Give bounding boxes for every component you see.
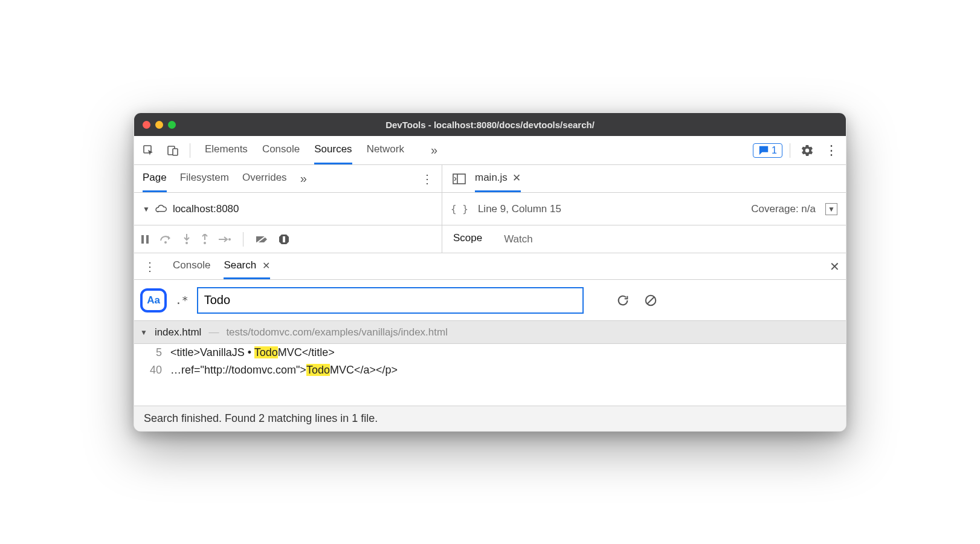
svg-point-7	[164, 241, 167, 244]
refresh-icon[interactable]	[616, 294, 630, 307]
tab-elements[interactable]: Elements	[205, 136, 248, 164]
navigator-tabs: Page Filesystem Overrides » ⋮	[134, 165, 442, 193]
svg-point-8	[185, 242, 188, 244]
pause-icon[interactable]	[140, 235, 150, 244]
svg-rect-3	[453, 174, 465, 184]
collapse-result-icon[interactable]: ▼	[140, 328, 147, 337]
nav-kebab-menu[interactable]: ⋮	[421, 172, 433, 186]
drawer-tab-search-label: Search	[224, 259, 256, 271]
step-into-icon[interactable]	[182, 234, 191, 245]
inspect-element-icon[interactable]	[139, 141, 158, 160]
search-status-text: Search finished. Found 2 matching lines …	[144, 412, 378, 425]
titlebar: DevTools - localhost:8080/docs/devtools/…	[134, 113, 846, 136]
result-file-path: tests/todomvc.com/examples/vanillajs/ind…	[226, 326, 448, 338]
close-drawer-icon[interactable]: ✕	[830, 259, 840, 274]
editor-status-bar: { } Line 9, Column 15 Coverage: n/a ▼	[442, 193, 846, 225]
search-toolbar: Aa .*	[134, 280, 846, 321]
dropdown-icon[interactable]: ▼	[825, 203, 837, 215]
tab-sources[interactable]: Sources	[314, 136, 352, 164]
minimize-window-button[interactable]	[155, 121, 163, 129]
sources-split: Page Filesystem Overrides » ⋮ ▼ localhos…	[134, 165, 846, 225]
close-search-tab-icon[interactable]: ✕	[262, 260, 270, 271]
file-tree-root[interactable]: ▼ localhost:8080	[134, 193, 442, 225]
navigator-pane: Page Filesystem Overrides » ⋮ ▼ localhos…	[134, 165, 442, 225]
result-file-header[interactable]: ▼ index.html — tests/todomvc.com/example…	[134, 321, 846, 344]
feedback-count: 1	[772, 145, 777, 156]
tree-toggle-icon[interactable]: ▼	[143, 205, 150, 213]
svg-rect-6	[146, 235, 149, 244]
drawer-tab-console[interactable]: Console	[173, 253, 210, 279]
match-highlight: Todo	[306, 364, 330, 376]
file-tab-mainjs[interactable]: main.js ✕	[475, 165, 521, 192]
devtools-window: DevTools - localhost:8080/docs/devtools/…	[134, 112, 846, 432]
svg-rect-2	[173, 149, 178, 155]
main-toolbar: Elements Console Sources Network » 1 ⋮	[134, 136, 846, 165]
device-toolbar-icon[interactable]	[163, 141, 182, 160]
drawer-kebab-icon[interactable]: ⋮	[140, 257, 160, 276]
tab-network[interactable]: Network	[367, 136, 404, 164]
nav-tab-filesystem[interactable]: Filesystem	[180, 165, 229, 192]
editor-pane: main.js ✕ { } Line 9, Column 15 Coverage…	[442, 165, 846, 225]
svg-line-14	[647, 297, 654, 303]
regex-button[interactable]: .*	[175, 294, 189, 306]
search-status-bar: Search finished. Found 2 matching lines …	[134, 406, 846, 431]
drawer-tabs: ⋮ Console Search ✕ ✕	[134, 253, 846, 280]
tab-console[interactable]: Console	[262, 136, 300, 164]
debugger-toolbar: Scope Watch	[134, 225, 846, 253]
window-title: DevTools - localhost:8080/docs/devtools/…	[134, 120, 846, 130]
close-file-tab-icon[interactable]: ✕	[512, 172, 521, 184]
feedback-button[interactable]: 1	[753, 143, 782, 158]
clear-icon[interactable]	[644, 294, 657, 307]
scope-tab[interactable]: Scope	[442, 225, 493, 253]
result-code: …ref="http://todomvc.com">TodoMVC</a></p…	[170, 364, 398, 377]
toggle-navigator-icon[interactable]	[450, 169, 469, 189]
search-results: ▼ index.html — tests/todomvc.com/example…	[134, 321, 846, 406]
match-case-button[interactable]: Aa	[140, 288, 167, 312]
nav-more-tabs[interactable]: »	[300, 172, 307, 186]
traffic-lights	[143, 121, 176, 129]
toolbar-divider	[190, 143, 190, 158]
more-tabs-button[interactable]: »	[431, 143, 437, 157]
close-window-button[interactable]	[143, 121, 150, 129]
coverage-label: Coverage: n/a	[751, 203, 816, 215]
result-code: <title>VanillaJS • TodoMVC</title>	[170, 346, 335, 359]
svg-rect-12	[283, 236, 285, 242]
result-line[interactable]: 40 …ref="http://todomvc.com">TodoMVC</a>…	[134, 361, 846, 379]
pretty-print-icon[interactable]: { }	[451, 203, 468, 215]
search-input[interactable]	[197, 287, 584, 314]
line-number: 40	[145, 364, 162, 377]
svg-rect-5	[141, 235, 144, 244]
deactivate-breakpoints-icon[interactable]	[256, 235, 269, 244]
editor-file-tabs: main.js ✕	[442, 165, 846, 193]
result-line[interactable]: 5 <title>VanillaJS • TodoMVC</title>	[134, 344, 846, 361]
settings-icon[interactable]	[798, 141, 817, 160]
maximize-window-button[interactable]	[168, 121, 176, 129]
step-over-icon[interactable]	[160, 235, 173, 244]
cursor-position: Line 9, Column 15	[478, 203, 561, 215]
kebab-menu-icon[interactable]: ⋮	[822, 141, 841, 160]
toolbar-divider	[790, 143, 790, 158]
debug-sidebar-tabs: Scope Watch	[442, 225, 846, 253]
match-highlight: Todo	[254, 346, 278, 358]
tree-host-label: localhost:8080	[173, 203, 239, 215]
line-number: 5	[145, 346, 162, 359]
svg-point-9	[204, 242, 206, 244]
debug-controls	[134, 225, 442, 253]
cloud-icon	[155, 204, 168, 215]
svg-point-10	[228, 238, 231, 241]
watch-tab[interactable]: Watch	[493, 225, 544, 253]
pause-on-exceptions-icon[interactable]	[279, 234, 289, 245]
main-panel-tabs: Elements Console Sources Network »	[205, 136, 437, 164]
file-tab-name: main.js	[475, 172, 508, 184]
step-icon[interactable]	[219, 235, 231, 244]
divider	[243, 232, 243, 247]
step-out-icon[interactable]	[201, 234, 209, 245]
nav-tab-page[interactable]: Page	[143, 165, 167, 192]
result-file-name: index.html	[155, 326, 201, 338]
drawer-tab-search[interactable]: Search ✕	[224, 253, 270, 279]
nav-tab-overrides[interactable]: Overrides	[242, 165, 287, 192]
